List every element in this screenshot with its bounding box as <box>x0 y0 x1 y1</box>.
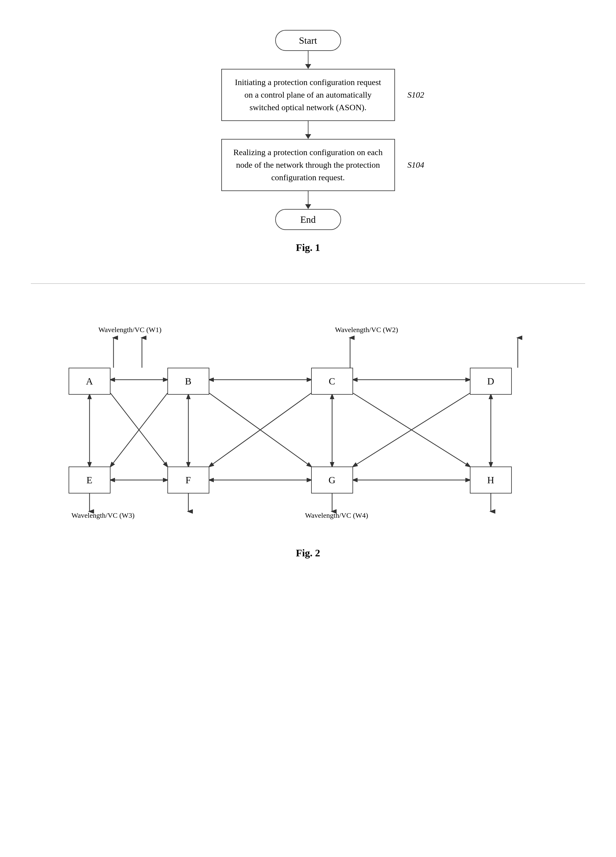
end-label: End <box>300 214 316 225</box>
node-D: D <box>470 368 512 394</box>
fig1-caption: Fig. 1 <box>296 242 320 253</box>
arrow-3 <box>305 191 311 209</box>
arrow-head-2 <box>305 134 311 139</box>
node-F: F <box>167 467 209 493</box>
step-s104-label: S104 <box>407 159 424 171</box>
arrow-line <box>308 51 308 64</box>
page: Start Initiating a protection configurat… <box>0 0 616 857</box>
arrow-head <box>305 64 311 69</box>
arrow-2 <box>305 121 311 139</box>
network-fig2: Wavelength/VC (W1) Wavelength/VC (W2) A … <box>54 320 563 559</box>
node-A: A <box>68 368 110 394</box>
network-diagram: Wavelength/VC (W1) Wavelength/VC (W2) A … <box>54 320 563 535</box>
flowchart-fig1: Start Initiating a protection configurat… <box>0 30 616 259</box>
node-C: C <box>311 368 353 394</box>
node-B: B <box>167 368 209 394</box>
step-s102-text: Initiating a protection configuration re… <box>235 77 381 112</box>
arrow-1 <box>305 51 311 69</box>
start-label: Start <box>299 35 317 46</box>
start-node: Start <box>275 30 341 51</box>
step-s104-text: Realizing a protection configuration on … <box>233 148 382 182</box>
network-connections-svg <box>54 320 563 535</box>
node-H: H <box>470 467 512 493</box>
step-s104-box: Realizing a protection configuration on … <box>221 139 395 191</box>
end-node: End <box>275 209 341 230</box>
arrow-head-3 <box>305 204 311 209</box>
arrow-line-2 <box>308 121 308 134</box>
step-s102-box: Initiating a protection configuration re… <box>221 69 395 121</box>
section-divider <box>31 283 585 284</box>
step-s102-label: S102 <box>407 89 424 101</box>
node-G: G <box>311 467 353 493</box>
node-E: E <box>68 467 110 493</box>
fig2-caption: Fig. 2 <box>54 548 563 559</box>
arrow-line-3 <box>308 191 308 204</box>
